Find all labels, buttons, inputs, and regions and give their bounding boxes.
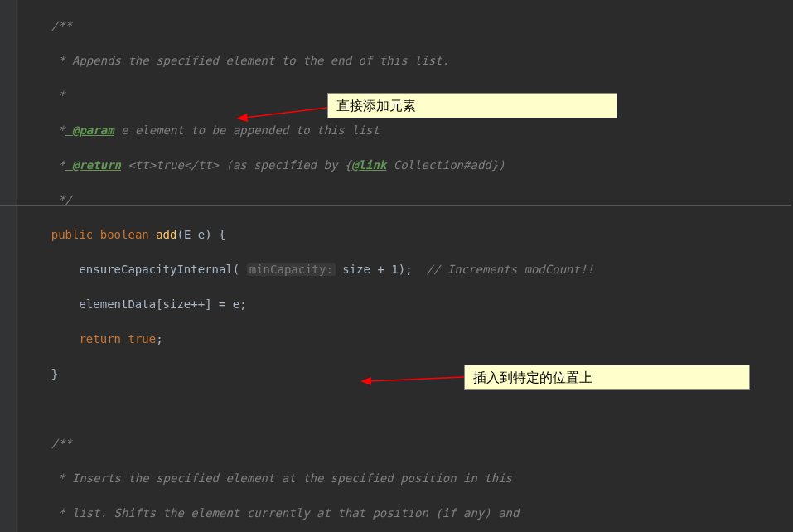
kw-return: return bbox=[79, 332, 121, 346]
type-E: E bbox=[184, 228, 191, 241]
kw-public: public bbox=[51, 228, 94, 241]
code-line[interactable]: * Inserts the specified element at the s… bbox=[23, 470, 786, 487]
annotation-box-2: 插入到特定的位置上 bbox=[464, 365, 750, 390]
text: size + bbox=[336, 263, 391, 276]
code-editor[interactable]: /** * Appends the specified element to t… bbox=[0, 0, 793, 532]
kw-true: true bbox=[128, 332, 156, 346]
javadoc-param-text: e element to be appended to this list bbox=[114, 123, 380, 137]
javadoc-text: * Inserts the specified element at the s… bbox=[51, 472, 512, 485]
code-line[interactable]: * @return <tt>true</tt> (as specified by… bbox=[23, 157, 786, 174]
javadoc-star: * bbox=[51, 89, 65, 102]
method-add: add bbox=[156, 228, 176, 241]
code-line[interactable]: return true; bbox=[23, 331, 786, 348]
annotation-text-2: 插入到特定的位置上 bbox=[473, 370, 592, 384]
param-e: e bbox=[198, 228, 205, 241]
javadoc-return-text: Collection#add bbox=[386, 158, 491, 172]
javadoc-open: /** bbox=[51, 437, 72, 450]
kw-boolean: boolean bbox=[100, 228, 149, 241]
annotation-text-1: 直接添加元素 bbox=[336, 99, 416, 113]
code-line[interactable]: elementData[size++] = e; bbox=[23, 296, 786, 313]
javadoc-return-tag: @return bbox=[65, 158, 121, 172]
method-divider bbox=[0, 205, 793, 206]
javadoc-return-text: }) bbox=[491, 158, 505, 172]
code-area[interactable]: /** * Appends the specified element to t… bbox=[17, 0, 793, 532]
code-line[interactable]: */ bbox=[23, 191, 786, 209]
javadoc-return-text: <tt>true</tt> (as specified by { bbox=[121, 158, 351, 172]
annotation-box-1: 直接添加元素 bbox=[327, 93, 617, 118]
javadoc-param-tag: @param bbox=[65, 123, 114, 137]
javadoc-star: * bbox=[51, 158, 65, 172]
num: 1 bbox=[391, 263, 398, 276]
javadoc-open: /** bbox=[51, 19, 72, 32]
code-line[interactable]: /** bbox=[23, 17, 786, 35]
javadoc-text: * Appends the specified element to the e… bbox=[51, 54, 449, 67]
javadoc-text: * list. Shifts the element currently at … bbox=[51, 506, 520, 520]
stmt: elementData[size++] = e; bbox=[79, 297, 246, 311]
semi: ; bbox=[156, 332, 162, 346]
code-line[interactable]: ensureCapacityInternal( minCapacity: siz… bbox=[23, 261, 786, 278]
code-line[interactable]: /** bbox=[23, 435, 786, 452]
code-line[interactable]: * @param e element to be appended to thi… bbox=[23, 122, 786, 139]
javadoc-link-tag: @link bbox=[351, 158, 386, 172]
code-line[interactable] bbox=[23, 400, 786, 418]
code-line[interactable]: * Appends the specified element to the e… bbox=[23, 52, 786, 70]
text: ); bbox=[399, 263, 427, 276]
line-comment: // Increments modCount!! bbox=[427, 263, 594, 276]
code-line[interactable]: public boolean add(E e) { bbox=[23, 226, 786, 244]
hint-minCapacity: minCapacity: bbox=[247, 263, 336, 276]
javadoc-star: * bbox=[51, 123, 65, 137]
call-ensureCapacity: ensureCapacityInternal( bbox=[79, 263, 239, 276]
code-line[interactable]: * list. Shifts the element currently at … bbox=[23, 505, 786, 522]
